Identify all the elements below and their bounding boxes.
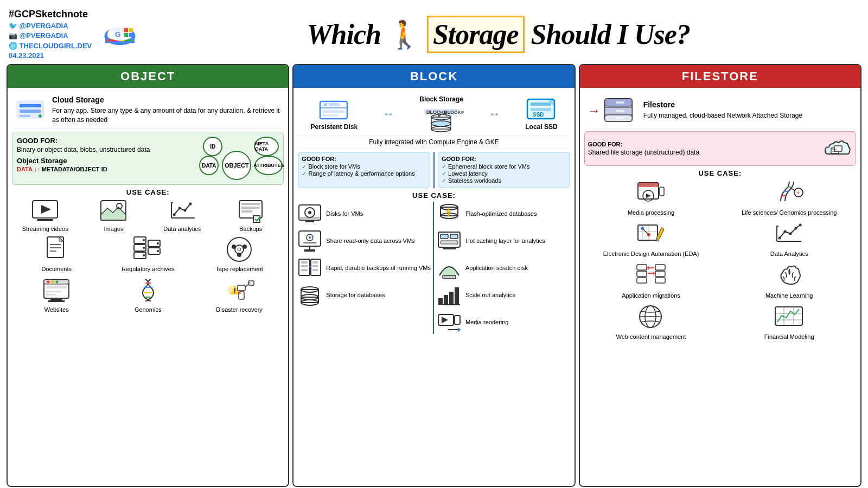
svg-point-97 [308, 211, 311, 214]
svg-rect-76 [322, 110, 345, 113]
streaming-label: Streaming videos [22, 225, 68, 233]
documents-label: Documents [41, 265, 72, 273]
object-storage-label: Object Storage [17, 157, 197, 165]
svg-rect-181 [637, 278, 647, 283]
svg-point-52 [47, 280, 50, 283]
filestore-gf-title: GOOD FOR: [588, 141, 623, 147]
svg-text:+: + [796, 189, 800, 196]
cloud-storage-info: Cloud Storage For any app. Store any typ… [52, 95, 282, 125]
svg-rect-112 [312, 265, 318, 267]
use-case-streaming: Streaming videos [12, 198, 78, 233]
object-good-for: GOOD FOR: Binary or object data, blobs, … [12, 132, 284, 185]
filestore-gf-content: Shared file storage (unstructured) data [588, 149, 817, 156]
object-column: OBJECT Cloud Storage [7, 64, 289, 487]
gf-ssd-item3: ✓ Stateless workloads [442, 177, 566, 184]
svg-point-103 [309, 236, 311, 239]
svg-rect-14 [20, 110, 41, 113]
object-header: OBJECT [8, 65, 288, 88]
svg-rect-168 [638, 225, 658, 240]
app-migrations-label: Application migrations [622, 292, 680, 299]
svg-text:SSD: SSD [533, 112, 544, 118]
filestore-body: → Filestore [580, 88, 860, 486]
block-left-use-cases: Disks for VMs Share read-onl [298, 202, 434, 334]
object-use-case-row1: Streaming videos Images [12, 198, 284, 233]
svg-rect-137 [455, 316, 460, 324]
svg-rect-158 [660, 187, 664, 196]
svg-point-49 [238, 248, 241, 251]
svg-rect-56 [46, 291, 61, 292]
svg-line-167 [790, 188, 795, 190]
cloud-storage-label: Cloud Storage [52, 95, 282, 104]
svg-point-54 [56, 280, 59, 283]
svg-rect-183 [655, 271, 665, 277]
use-case-rapid-backup: Rapid, durable backups of running VMs [298, 256, 431, 280]
filestore-info: Filestore Fully managed, cloud-based Net… [643, 100, 803, 120]
gf-ssd-item1: ✓ Ephemeral block store for VMs [442, 163, 566, 170]
svg-point-176 [789, 233, 792, 235]
svg-rect-125 [450, 234, 458, 239]
svg-rect-29 [241, 210, 252, 213]
svg-rect-57 [46, 294, 56, 296]
filestore-gf-text: GOOD FOR: Shared file storage (unstructu… [588, 141, 817, 156]
block-use-cases: Disks for VMs Share read-onl [298, 202, 570, 334]
hot-cache-label: Hot caching layer for analytics [465, 237, 545, 245]
media-render-label: Media rendering [465, 318, 509, 326]
svg-rect-15 [20, 115, 30, 117]
svg-text:G: G [115, 30, 121, 38]
branding: #GCPSketchnote 🐦 @PVERGADIA 📷 @PVERGADIA… [9, 8, 92, 61]
filestore-header: FILESTORE [580, 65, 860, 88]
good-for-ssd: GOOD FOR: ✓ Ephemeral block store for VM… [438, 152, 570, 188]
ssd-label: Local SSD [525, 123, 557, 131]
use-case-data-analytics: Data Analytics [722, 221, 856, 258]
use-case-media-processing: Media processing [584, 179, 718, 216]
svg-point-39 [143, 254, 145, 256]
financial-label: Financial Modeling [764, 333, 814, 341]
use-case-tape: Tape replacement [195, 236, 284, 273]
filestore-arrow-icon: → [588, 95, 638, 125]
use-case-web-content: Web content management [584, 304, 718, 341]
svg-rect-184 [655, 278, 665, 283]
svg-rect-116 [301, 290, 318, 297]
svg-marker-136 [442, 317, 448, 323]
svg-point-22 [173, 214, 175, 216]
google-cloud-svg: G [98, 18, 142, 50]
attributes-bubble: ATTRIBUTES [254, 156, 283, 175]
use-case-media-render: Media rendering [437, 310, 570, 334]
flash-db-label: Flash-optimized databases [465, 210, 537, 217]
svg-rect-147 [616, 101, 624, 104]
block-top-section: Persistent Disk ↔ Block Storage BLOCK# B… [298, 92, 570, 136]
svg-rect-129 [443, 275, 456, 279]
arrow-block-to-ssd: ↔ [488, 107, 500, 121]
svg-point-47 [242, 245, 247, 249]
block-column: BLOCK Persistent Disk [292, 64, 575, 487]
svg-marker-142 [458, 328, 461, 332]
svg-point-175 [784, 230, 787, 233]
use-case-disaster: ⚠️ Disaster recovery [195, 277, 284, 313]
svg-rect-180 [637, 271, 647, 277]
svg-rect-58 [50, 298, 62, 300]
media-processing-label: Media processing [628, 209, 674, 216]
good-for-text: Binary or object data, blobs, unstructur… [17, 146, 197, 153]
svg-rect-107 [301, 261, 308, 264]
title-which: Which [307, 19, 381, 50]
use-case-images: Images [80, 198, 146, 233]
svg-rect-93 [531, 108, 551, 111]
data-bubble: DATA [199, 156, 219, 175]
block-storage-label: Block Storage [419, 95, 463, 103]
pd-label: Persistent Disk [310, 123, 358, 131]
svg-point-42 [157, 242, 159, 245]
main-columns: OBJECT Cloud Storage [4, 64, 864, 487]
svg-rect-111 [312, 261, 318, 264]
svg-rect-179 [637, 265, 647, 270]
svg-rect-132 [449, 292, 454, 305]
svg-rect-9 [129, 28, 133, 33]
block-storage-center: Block Storage BLOCK# BLOCK# ↓ # ↑ [419, 95, 463, 132]
arrow-pd-to-block: ↔ [382, 107, 394, 121]
use-case-backups: Backups [218, 198, 284, 233]
use-case-scratch-disk: Application scratch disk [437, 256, 570, 280]
svg-rect-105 [304, 249, 315, 252]
svg-line-69 [245, 284, 248, 287]
scale-analytics-label: Scale out analytics [465, 291, 515, 299]
svg-rect-19 [37, 219, 53, 221]
web-content-label: Web content management [616, 333, 686, 341]
